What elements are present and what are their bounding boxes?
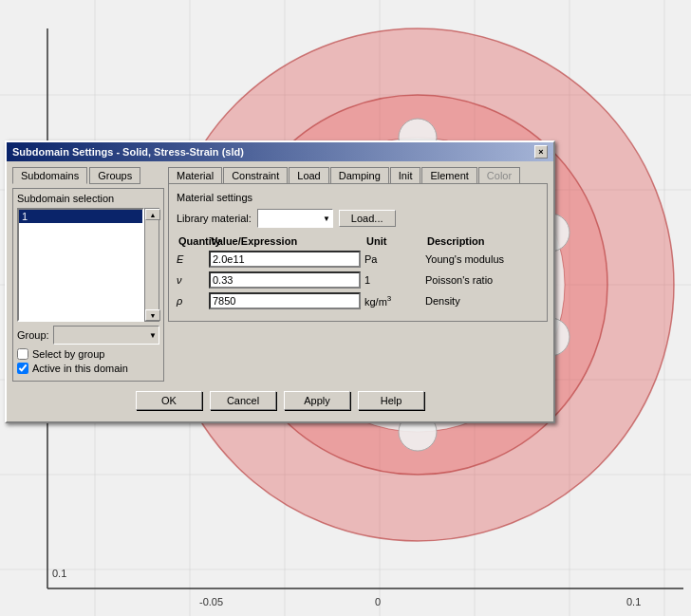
- param-rho-input[interactable]: [209, 292, 361, 309]
- tab-constraint[interactable]: Constraint: [223, 167, 288, 183]
- dialog-window: Subdomain Settings - Solid, Stress-Strai…: [5, 140, 555, 423]
- left-panel: Subdomains Groups Subdomain selection 1 …: [12, 167, 164, 385]
- library-material-dropdown[interactable]: ▼: [257, 209, 333, 228]
- button-row: OK Cancel Apply Help: [12, 385, 548, 416]
- ok-button[interactable]: OK: [136, 391, 202, 410]
- param-e-desc: Young's modulus: [425, 253, 539, 265]
- active-in-domain-label: Active in this domain: [32, 363, 128, 374]
- scroll-up-button[interactable]: ▲: [145, 209, 160, 220]
- tab-element[interactable]: Element: [421, 167, 476, 183]
- subdomain-selection-group: Subdomain selection 1 ▲ ▼: [12, 188, 164, 382]
- dialog-body: Subdomains Groups Subdomain selection 1 …: [7, 161, 553, 421]
- param-nu-input[interactable]: [209, 271, 361, 289]
- header-value: Value/Expression: [211, 235, 363, 247]
- svg-text:0: 0: [375, 596, 381, 607]
- library-material-row: Library material: ▼ Load...: [177, 209, 539, 228]
- tab-subdomains[interactable]: Subdomains: [12, 167, 87, 184]
- param-nu-desc: Poisson's ratio: [425, 274, 539, 286]
- svg-text:0.1: 0.1: [52, 568, 66, 579]
- header-quantity: Quantity: [178, 235, 207, 247]
- scrollbar[interactable]: ▲ ▼: [144, 208, 159, 322]
- param-e-input[interactable]: [209, 251, 361, 268]
- material-settings-title: Material settings: [177, 192, 539, 203]
- param-rho-desc: Density: [425, 295, 539, 307]
- select-by-group-label: Select by group: [32, 348, 104, 360]
- param-nu-label: ν: [177, 274, 205, 286]
- header-unit: Unit: [366, 235, 423, 247]
- apply-button[interactable]: Apply: [284, 391, 350, 410]
- right-panel: Material Constraint Load Damping Init El…: [168, 167, 548, 385]
- list-item[interactable]: 1: [19, 210, 142, 223]
- param-nu-unit: 1: [364, 274, 421, 286]
- close-button[interactable]: ×: [534, 145, 548, 159]
- tab-damping[interactable]: Damping: [330, 167, 389, 183]
- header-description: Description: [427, 235, 537, 247]
- help-button[interactable]: Help: [358, 391, 424, 410]
- table-row: ν 1 Poisson's ratio: [177, 271, 539, 289]
- library-material-label: Library material:: [177, 213, 252, 224]
- active-in-domain-checkbox[interactable]: [17, 363, 28, 374]
- scroll-down-button[interactable]: ▼: [145, 309, 160, 321]
- param-rho-label: ρ: [177, 295, 205, 307]
- param-rho-unit: kg/m3: [364, 294, 421, 308]
- select-by-group-row: Select by group: [17, 348, 159, 360]
- dialog-title: Subdomain Settings - Solid, Stress-Strai…: [12, 146, 244, 158]
- dialog-titlebar: Subdomain Settings - Solid, Stress-Strai…: [7, 142, 553, 161]
- chevron-down-icon: ▼: [149, 331, 157, 340]
- svg-text:0.1: 0.1: [626, 596, 641, 607]
- table-row: ρ kg/m3 Density: [177, 292, 539, 309]
- active-in-domain-row: Active in this domain: [17, 363, 159, 374]
- table-header: Quantity Value/Expression Unit Descripti…: [177, 235, 539, 247]
- tab-load[interactable]: Load: [289, 167, 328, 183]
- subdomain-listbox-container: 1 ▲ ▼: [17, 208, 159, 322]
- group-row: Group: ▼: [17, 326, 159, 345]
- scroll-track: [145, 220, 159, 309]
- subdomain-listbox[interactable]: 1: [17, 208, 144, 322]
- tab-groups[interactable]: Groups: [89, 167, 140, 184]
- right-content: Material settings Library material: ▼ Lo…: [168, 183, 548, 322]
- subdomain-selection-title: Subdomain selection: [17, 193, 159, 204]
- load-button[interactable]: Load...: [339, 210, 396, 227]
- svg-text:-0.05: -0.05: [199, 596, 223, 607]
- group-dropdown[interactable]: ▼: [53, 326, 159, 345]
- dropdown-arrow-icon: ▼: [323, 215, 330, 223]
- cancel-button[interactable]: Cancel: [210, 391, 276, 410]
- right-tabs: Material Constraint Load Damping Init El…: [168, 167, 548, 183]
- group-label: Group:: [17, 329, 49, 341]
- tab-init[interactable]: Init: [390, 167, 421, 183]
- param-e-label: E: [177, 253, 205, 265]
- param-e-unit: Pa: [364, 253, 421, 265]
- tab-color[interactable]: Color: [478, 167, 520, 183]
- table-row: E Pa Young's modulus: [177, 251, 539, 268]
- tab-material[interactable]: Material: [168, 167, 222, 183]
- dialog-content: Subdomains Groups Subdomain selection 1 …: [12, 167, 548, 385]
- select-by-group-checkbox[interactable]: [17, 348, 28, 360]
- left-panel-tabs: Subdomains Groups: [12, 167, 164, 184]
